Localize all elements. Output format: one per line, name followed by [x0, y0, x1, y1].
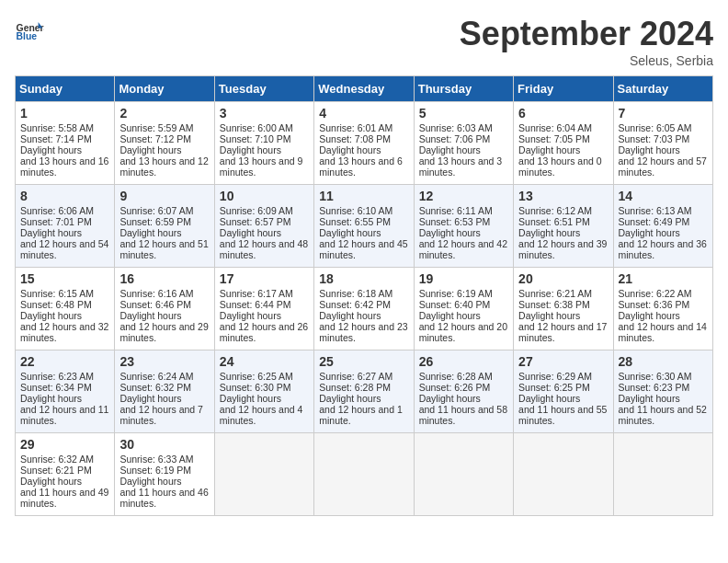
col-wednesday: Wednesday: [314, 76, 414, 102]
sunrise: Sunrise: 6:19 AM: [419, 288, 493, 299]
sunset: Sunset: 6:28 PM: [319, 382, 391, 393]
calendar-cell: 11 Sunrise: 6:10 AM Sunset: 6:55 PM Dayl…: [314, 185, 414, 268]
sunset: Sunset: 6:38 PM: [518, 299, 590, 310]
daylight-duration: and 12 hours and 32 minutes.: [20, 321, 108, 343]
daylight-duration: and 12 hours and 42 minutes.: [419, 238, 507, 260]
col-saturday: Saturday: [613, 76, 712, 102]
calendar-table: Sunday Monday Tuesday Wednesday Thursday…: [15, 75, 713, 516]
daylight-duration: and 13 hours and 16 minutes.: [20, 155, 108, 178]
sunset: Sunset: 6:53 PM: [419, 216, 491, 227]
calendar-cell: 1 Sunrise: 5:58 AM Sunset: 7:14 PM Dayli…: [16, 102, 115, 185]
sunrise: Sunrise: 6:28 AM: [419, 371, 493, 382]
daylight-label: Daylight hours: [220, 227, 281, 238]
daylight-duration: and 12 hours and 14 minutes.: [619, 321, 707, 343]
sunset: Sunset: 7:14 PM: [20, 133, 92, 144]
daylight-label: Daylight hours: [619, 310, 680, 321]
daylight-label: Daylight hours: [518, 310, 580, 321]
daylight-duration: and 11 hours and 46 minutes.: [119, 487, 208, 509]
col-sunday: Sunday: [16, 76, 115, 102]
sunrise: Sunrise: 6:11 AM: [419, 205, 493, 216]
daylight-duration: and 12 hours and 20 minutes.: [419, 321, 507, 343]
calendar-cell: 21 Sunrise: 6:22 AM Sunset: 6:36 PM Dayl…: [613, 268, 712, 350]
sunset: Sunset: 7:08 PM: [319, 133, 391, 144]
calendar-cell: 7 Sunrise: 6:05 AM Sunset: 7:03 PM Dayli…: [613, 102, 712, 185]
day-number: 17: [220, 271, 309, 286]
day-number: 25: [319, 354, 408, 369]
day-number: 8: [20, 189, 109, 203]
daylight-label: Daylight hours: [518, 227, 580, 238]
day-number: 19: [419, 271, 508, 286]
sunrise: Sunrise: 6:23 AM: [20, 371, 94, 382]
calendar-cell: 24 Sunrise: 6:25 AM Sunset: 6:30 PM Dayl…: [214, 350, 313, 433]
daylight-label: Daylight hours: [319, 310, 381, 321]
day-number: 16: [119, 271, 209, 286]
calendar-cell: 4 Sunrise: 6:01 AM Sunset: 7:08 PM Dayli…: [314, 102, 414, 185]
day-number: 5: [419, 106, 508, 121]
daylight-duration: and 12 hours and 54 minutes.: [20, 238, 108, 260]
sunrise: Sunrise: 6:05 AM: [619, 122, 692, 133]
calendar-cell: 16 Sunrise: 6:16 AM Sunset: 6:46 PM Dayl…: [115, 268, 214, 350]
calendar-cell: 3 Sunrise: 6:00 AM Sunset: 7:10 PM Dayli…: [214, 102, 313, 185]
daylight-duration: and 12 hours and 7 minutes.: [119, 404, 203, 426]
daylight-label: Daylight hours: [419, 393, 481, 404]
sunset: Sunset: 6:21 PM: [20, 465, 92, 476]
day-number: 11: [319, 189, 408, 203]
daylight-label: Daylight hours: [20, 144, 82, 155]
calendar-cell: 13 Sunrise: 6:12 AM Sunset: 6:51 PM Dayl…: [514, 185, 613, 268]
sunrise: Sunrise: 6:21 AM: [518, 288, 592, 299]
sunset: Sunset: 6:46 PM: [119, 299, 191, 310]
sunrise: Sunrise: 6:04 AM: [518, 122, 592, 133]
daylight-label: Daylight hours: [220, 393, 281, 404]
col-monday: Monday: [115, 76, 214, 102]
day-number: 13: [518, 189, 608, 203]
sunrise: Sunrise: 6:07 AM: [119, 205, 193, 216]
daylight-duration: and 12 hours and 36 minutes.: [619, 238, 707, 260]
location-subtitle: Seleus, Serbia: [460, 53, 713, 68]
calendar-cell: 25 Sunrise: 6:27 AM Sunset: 6:28 PM Dayl…: [314, 350, 414, 433]
sunset: Sunset: 7:03 PM: [619, 133, 690, 144]
daylight-label: Daylight hours: [20, 393, 82, 404]
daylight-label: Daylight hours: [119, 393, 181, 404]
sunset: Sunset: 6:44 PM: [220, 299, 291, 310]
calendar-cell: 29 Sunrise: 6:32 AM Sunset: 6:21 PM Dayl…: [16, 433, 115, 516]
calendar-row: 15 Sunrise: 6:15 AM Sunset: 6:48 PM Dayl…: [16, 268, 713, 350]
day-number: 6: [518, 106, 608, 121]
day-number: 14: [619, 189, 708, 203]
sunrise: Sunrise: 6:13 AM: [619, 205, 692, 216]
sunrise: Sunrise: 5:58 AM: [20, 122, 94, 133]
calendar-cell: 19 Sunrise: 6:19 AM Sunset: 6:40 PM Dayl…: [414, 268, 513, 350]
sunrise: Sunrise: 6:16 AM: [119, 288, 193, 299]
header-row: Sunday Monday Tuesday Wednesday Thursday…: [16, 76, 713, 102]
daylight-duration: and 12 hours and 1 minute.: [319, 404, 403, 426]
sunset: Sunset: 6:48 PM: [20, 299, 92, 310]
sunset: Sunset: 6:26 PM: [419, 382, 491, 393]
day-number: 24: [220, 354, 309, 369]
calendar-row: 1 Sunrise: 5:58 AM Sunset: 7:14 PM Dayli…: [16, 102, 713, 185]
calendar-cell: [214, 433, 313, 516]
daylight-label: Daylight hours: [419, 144, 481, 155]
sunrise: Sunrise: 6:15 AM: [20, 288, 94, 299]
day-number: 29: [20, 437, 109, 452]
calendar-cell: 12 Sunrise: 6:11 AM Sunset: 6:53 PM Dayl…: [414, 185, 513, 268]
daylight-duration: and 13 hours and 0 minutes.: [518, 155, 602, 178]
daylight-label: Daylight hours: [119, 144, 181, 155]
sunset: Sunset: 6:19 PM: [119, 465, 191, 476]
daylight-duration: and 12 hours and 51 minutes.: [119, 238, 208, 260]
daylight-duration: and 11 hours and 55 minutes.: [518, 404, 607, 426]
sunset: Sunset: 6:25 PM: [518, 382, 590, 393]
calendar-cell: 6 Sunrise: 6:04 AM Sunset: 7:05 PM Dayli…: [514, 102, 613, 185]
sunrise: Sunrise: 6:32 AM: [20, 454, 94, 465]
sunrise: Sunrise: 6:29 AM: [518, 371, 592, 382]
day-number: 20: [518, 271, 608, 286]
sunset: Sunset: 7:05 PM: [518, 133, 590, 144]
sunrise: Sunrise: 6:09 AM: [220, 205, 293, 216]
calendar-cell: 20 Sunrise: 6:21 AM Sunset: 6:38 PM Dayl…: [514, 268, 613, 350]
daylight-duration: and 12 hours and 23 minutes.: [319, 321, 407, 343]
sunrise: Sunrise: 6:17 AM: [220, 288, 293, 299]
sunrise: Sunrise: 6:03 AM: [419, 122, 493, 133]
day-number: 28: [619, 354, 708, 369]
day-number: 7: [619, 106, 708, 121]
page-header: General Blue September 2024 Seleus, Serb…: [15, 15, 713, 68]
sunrise: Sunrise: 6:18 AM: [319, 288, 392, 299]
daylight-duration: and 12 hours and 39 minutes.: [518, 238, 607, 260]
